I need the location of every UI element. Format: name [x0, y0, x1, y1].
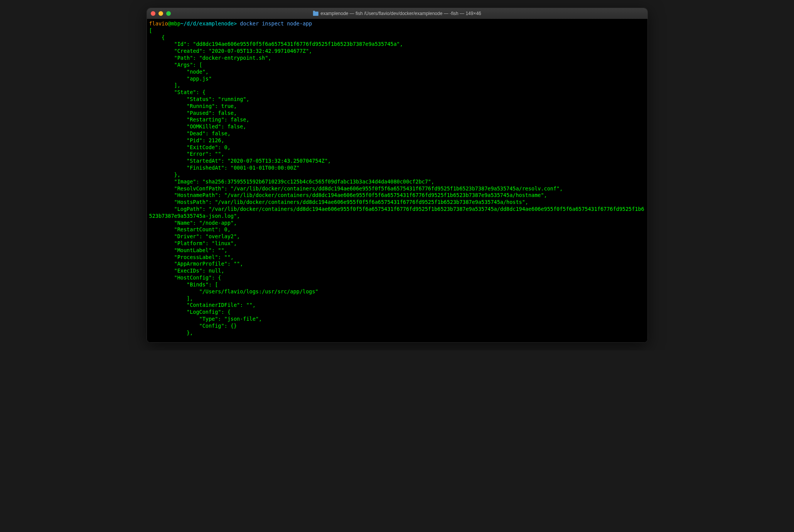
output-line: "LogPath": "/var/lib/docker/containers/d…	[149, 206, 644, 219]
output-line: "StartedAt": "2020-07-05T13:32:43.250704…	[149, 158, 331, 164]
output-line: "Config": {}	[149, 323, 237, 329]
output-line: "Error": "",	[149, 151, 224, 157]
output-line: "Status": "running",	[149, 96, 249, 102]
output-line: },	[149, 172, 180, 178]
traffic-lights	[151, 11, 171, 16]
prompt-path: ~/d/d/examplenode	[180, 20, 234, 27]
output-line: "Image": "sha256:3759551592b6710239cc125…	[149, 178, 435, 185]
output-line: "node",	[149, 69, 209, 75]
prompt-caret: >	[234, 20, 237, 27]
titlebar[interactable]: examplenode — fish /Users/flavio/dev/doc…	[147, 8, 647, 19]
output-line: "Binds": [	[149, 281, 218, 288]
minimize-icon[interactable]	[158, 11, 163, 16]
output-line: "Args": [	[149, 62, 202, 68]
output-line: "Type": "json-file",	[149, 316, 262, 322]
output-line: [	[149, 27, 152, 34]
output-line: "RestartCount": 0,	[149, 226, 231, 232]
output-line: "Paused": false,	[149, 110, 237, 116]
folder-icon	[313, 12, 318, 16]
output-line: "Path": "docker-entrypoint.sh",	[149, 55, 271, 61]
output-line: ],	[149, 82, 180, 88]
output-line: "Driver": "overlay2",	[149, 233, 240, 239]
output-line: "HostnamePath": "/var/lib/docker/contain…	[149, 192, 547, 198]
output-line: "FinishedAt": "0001-01-01T00:00:00Z"	[149, 165, 300, 171]
output-line: "ExecIDs": null,	[149, 268, 224, 274]
output-line: "LogConfig": {	[149, 309, 231, 315]
output-line: ],	[149, 295, 193, 301]
output-line: "OOMKilled": false,	[149, 123, 246, 130]
output-line: "ResolvConfPath": "/var/lib/docker/conta…	[149, 185, 563, 192]
output-line: "MountLabel": "",	[149, 247, 228, 253]
output-line: "Restarting": false,	[149, 116, 249, 123]
prompt-host: mbp	[171, 20, 180, 27]
output-line: "app.js"	[149, 76, 212, 82]
output-line: "Id": "dd8dc194ae606e955f0f5f6a6575431f6…	[149, 41, 403, 47]
output-line: },	[149, 330, 193, 336]
window-title-text: examplenode — fish /Users/flavio/dev/doc…	[320, 11, 481, 16]
output-line: "ExitCode": 0,	[149, 144, 231, 150]
output-line: "Dead": false,	[149, 130, 231, 136]
output-line: "ProcessLabel": "",	[149, 254, 234, 260]
output-line: "Platform": "linux",	[149, 240, 237, 246]
output-line: "HostsPath": "/var/lib/docker/containers…	[149, 199, 528, 205]
command-text: docker inspect node-app	[240, 20, 312, 27]
output-line: "Running": true,	[149, 103, 237, 109]
close-icon[interactable]	[151, 11, 155, 16]
terminal-window: examplenode — fish /Users/flavio/dev/doc…	[147, 8, 648, 343]
output-line: "/Users/flavio/logs:/usr/src/app/logs"	[149, 288, 319, 295]
output-line: "Pid": 2126,	[149, 137, 224, 143]
prompt-user: flavio	[149, 20, 168, 27]
terminal-body[interactable]: flavio@mbp~/d/d/examplenode> docker insp…	[147, 19, 647, 342]
output-line: "ContainerIDFile": "",	[149, 302, 256, 308]
output-line: {	[149, 34, 165, 40]
window-title: examplenode — fish /Users/flavio/dev/doc…	[313, 11, 481, 16]
maximize-icon[interactable]	[166, 11, 171, 16]
output-line: "AppArmorProfile": "",	[149, 261, 243, 267]
output-line: "HostConfig": {	[149, 274, 221, 281]
output-line: "State": {	[149, 89, 206, 95]
output-line: "Created": "2020-07-05T13:32:42.99710467…	[149, 48, 312, 54]
output-line: "Name": "/node-app",	[149, 220, 237, 226]
